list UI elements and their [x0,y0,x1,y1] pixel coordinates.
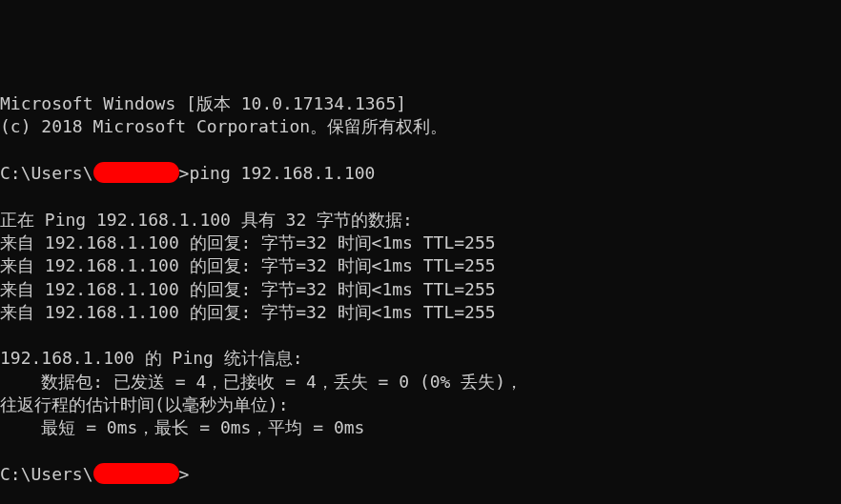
blank-line [0,440,841,463]
command-text: ping 192.168.1.100 [189,163,375,183]
prompt-line-2: C:\Users\> [0,463,841,486]
blank-line [0,139,841,162]
ping-stats-header: 192.168.1.100 的 Ping 统计信息: [0,347,841,370]
blank-line [0,185,841,208]
prompt-prefix: C:\Users\ [0,163,93,183]
ping-reply: 来自 192.168.1.100 的回复: 字节=32 时间<1ms TTL=2… [0,254,841,277]
terminal[interactable]: Microsoft Windows [版本 10.0.17134.1365](c… [0,92,841,486]
prompt-suffix: > [179,163,190,183]
ping-rt-values: 最短 = 0ms，最长 = 0ms，平均 = 0ms [0,416,841,439]
ping-reply: 来自 192.168.1.100 的回复: 字节=32 时间<1ms TTL=2… [0,232,841,254]
ping-reply: 来自 192.168.1.100 的回复: 字节=32 时间<1ms TTL=2… [0,301,841,324]
ping-start: 正在 Ping 192.168.1.100 具有 32 字节的数据: [0,209,841,232]
prompt-suffix: > [179,464,190,484]
redacted-username [93,463,179,484]
redacted-username [93,162,179,183]
ping-rt-header: 往返行程的估计时间(以毫秒为单位): [0,393,841,416]
ping-reply: 来自 192.168.1.100 的回复: 字节=32 时间<1ms TTL=2… [0,278,841,301]
version-line: Microsoft Windows [版本 10.0.17134.1365] [0,92,841,115]
prompt-prefix: C:\Users\ [0,464,93,484]
ping-stats-packets: 数据包: 已发送 = 4，已接收 = 4，丢失 = 0 (0% 丢失)， [0,371,841,393]
blank-line [0,324,841,347]
prompt-line-1: C:\Users\>ping 192.168.1.100 [0,162,841,185]
copyright-line: (c) 2018 Microsoft Corporation。保留所有权利。 [0,115,841,138]
